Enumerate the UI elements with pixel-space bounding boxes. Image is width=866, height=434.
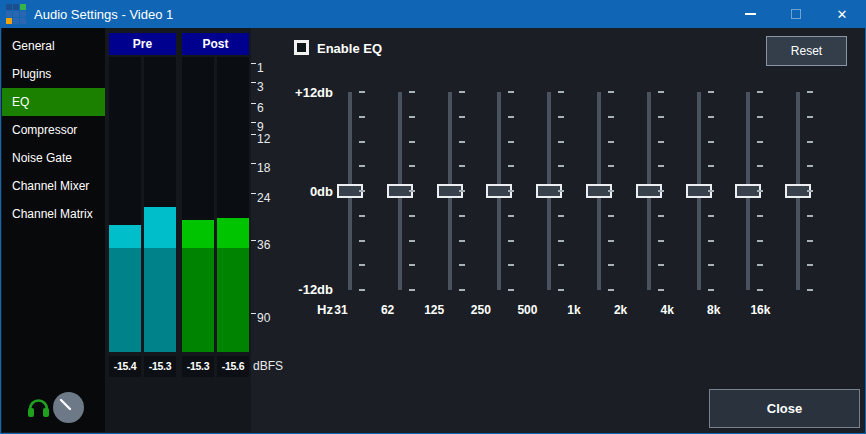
sidebar-item-noise-gate[interactable]: Noise Gate xyxy=(2,144,105,172)
eq-tick xyxy=(459,264,465,266)
titlebar: Audio Settings - Video 1 ✕ xyxy=(1,0,865,28)
eq-tick xyxy=(359,116,365,118)
scale-tick-label: 1 xyxy=(251,61,264,75)
eq-tick xyxy=(359,165,365,167)
eq-tick xyxy=(757,190,763,192)
meter-readout: -15.6 xyxy=(217,356,249,377)
sidebar-item-eq[interactable]: EQ xyxy=(2,88,105,116)
eq-tick xyxy=(508,165,514,167)
eq-tick xyxy=(807,190,813,192)
monitor-volume-knob[interactable] xyxy=(53,392,84,423)
meter-fill-bright xyxy=(144,207,176,248)
scale-tick-label: 24 xyxy=(251,191,270,205)
meter-readout: -15.3 xyxy=(144,356,176,377)
eq-band-4k xyxy=(675,92,723,292)
eq-tick xyxy=(508,215,514,217)
enable-eq-label: Enable EQ xyxy=(317,41,382,56)
eq-tick xyxy=(658,116,664,118)
eq-tick xyxy=(508,190,514,192)
eq-tick xyxy=(658,264,664,266)
eq-tick xyxy=(757,215,763,217)
freq-label-250: 250 xyxy=(457,303,505,317)
freq-label-1k: 1k xyxy=(550,303,598,317)
freq-label-8k: 8k xyxy=(690,303,738,317)
app-logo-icon xyxy=(6,4,26,24)
meter-channel xyxy=(109,57,141,352)
sidebar-item-compressor[interactable]: Compressor xyxy=(2,116,105,144)
sidebar-item-channel-matrix[interactable]: Channel Matrix xyxy=(2,200,105,228)
settings-sidebar: GeneralPluginsEQCompressorNoise GateChan… xyxy=(2,28,105,432)
app-logo-square xyxy=(13,4,19,10)
eq-tick xyxy=(608,165,614,167)
eq-tick xyxy=(757,264,763,266)
scale-tick-label: 90 xyxy=(251,311,270,325)
eq-tick xyxy=(508,264,514,266)
minimize-icon xyxy=(745,13,756,15)
eq-tick xyxy=(757,289,763,291)
eq-tick xyxy=(508,116,514,118)
scale-tick-label: 36 xyxy=(251,238,270,252)
eq-band-31 xyxy=(326,92,374,292)
eq-tick xyxy=(708,264,714,266)
eq-tick xyxy=(508,91,514,93)
minimize-button[interactable] xyxy=(727,0,773,28)
eq-tick xyxy=(608,91,614,93)
meter-fill-bright xyxy=(182,220,214,248)
close-button[interactable]: Close xyxy=(709,389,860,428)
eq-tick xyxy=(459,165,465,167)
eq-tick xyxy=(807,240,813,242)
sidebar-item-channel-mixer[interactable]: Channel Mixer xyxy=(2,172,105,200)
sidebar-item-plugins[interactable]: Plugins xyxy=(2,60,105,88)
eq-tick xyxy=(608,240,614,242)
eq-tick xyxy=(409,289,415,291)
close-window-button[interactable]: ✕ xyxy=(819,0,865,28)
eq-tick xyxy=(708,165,714,167)
eq-tick xyxy=(409,165,415,167)
app-logo-square xyxy=(20,11,26,17)
eq-tick xyxy=(459,116,465,118)
eq-tick xyxy=(807,215,813,217)
enable-eq-checkbox[interactable] xyxy=(294,40,309,55)
freq-label-31: 31 xyxy=(317,303,365,317)
eq-tick xyxy=(459,141,465,143)
meter-channel xyxy=(144,57,176,352)
eq-tick xyxy=(757,165,763,167)
eq-tick xyxy=(459,240,465,242)
window-controls: ✕ xyxy=(727,0,865,28)
eq-tick xyxy=(658,240,664,242)
freq-label-2k: 2k xyxy=(597,303,645,317)
eq-tick xyxy=(409,264,415,266)
eq-tick xyxy=(608,215,614,217)
meter-fill-dim xyxy=(144,248,176,352)
eq-tick xyxy=(459,190,465,192)
scale-tick-label: 18 xyxy=(251,161,270,175)
eq-tick xyxy=(508,141,514,143)
maximize-button[interactable] xyxy=(773,0,819,28)
eq-band-2k xyxy=(625,92,673,292)
headphones-icon[interactable] xyxy=(27,395,50,419)
audio-settings-window: Audio Settings - Video 1 ✕ GeneralPlugin… xyxy=(0,0,866,434)
eq-tick xyxy=(359,289,365,291)
meter-fill-dim xyxy=(217,248,249,352)
meter-header-post: Post xyxy=(182,33,249,55)
eq-tick xyxy=(558,91,564,93)
freq-label-125: 125 xyxy=(410,303,458,317)
meter-fill-bright xyxy=(109,225,141,248)
eq-tick xyxy=(807,141,813,143)
eq-tick xyxy=(658,91,664,93)
eq-tick xyxy=(409,141,415,143)
reset-button[interactable]: Reset xyxy=(766,36,847,66)
app-logo-square xyxy=(13,11,19,17)
eq-tick xyxy=(409,116,415,118)
eq-tick xyxy=(459,91,465,93)
sidebar-item-general[interactable]: General xyxy=(2,32,105,60)
eq-tick xyxy=(409,190,415,192)
app-logo-square xyxy=(20,4,26,10)
eq-tick xyxy=(708,289,714,291)
eq-tick xyxy=(409,91,415,93)
eq-tick xyxy=(359,190,365,192)
eq-tick xyxy=(608,264,614,266)
meter-channel xyxy=(217,57,249,352)
eq-tick xyxy=(459,215,465,217)
freq-label-500: 500 xyxy=(503,303,551,317)
